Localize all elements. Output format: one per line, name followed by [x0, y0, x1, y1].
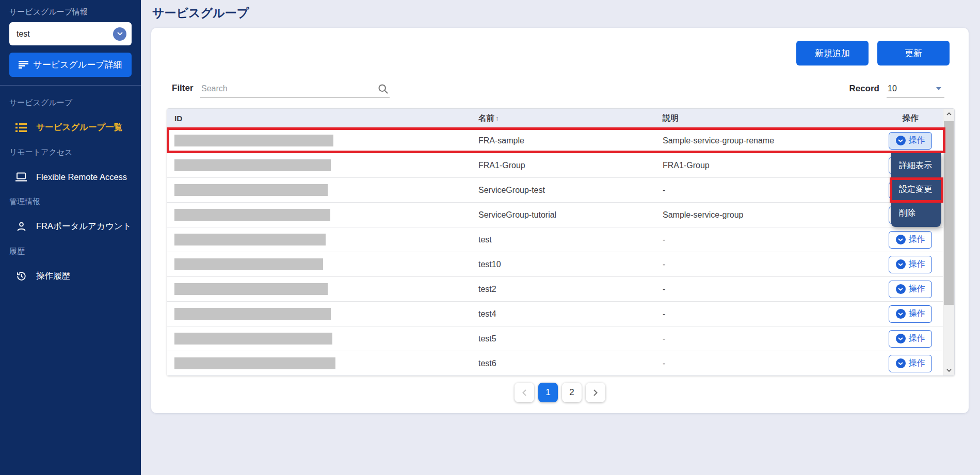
table-row: FRA1-GroupFRA1-Group操作	[167, 153, 954, 177]
laptop-icon	[14, 172, 28, 182]
chevron-down-icon	[896, 235, 906, 244]
sidebar-item[interactable]: 操作履歴	[9, 268, 132, 284]
cell-name: test2	[478, 285, 663, 294]
add-new-button[interactable]: 新規追加	[796, 41, 869, 65]
cell-id	[167, 184, 478, 196]
cell-description: FRA1-Group	[663, 161, 878, 170]
record-label: Record	[849, 79, 879, 97]
cell-description: -	[663, 309, 878, 319]
table-scrollbar[interactable]	[943, 109, 954, 375]
chevron-down-icon	[896, 358, 906, 368]
chevron-down-icon	[896, 136, 906, 145]
cell-id	[167, 159, 478, 171]
update-button[interactable]: 更新	[877, 41, 950, 65]
cell-description: -	[663, 235, 878, 244]
action-button-label: 操作	[909, 234, 925, 245]
cell-id	[167, 357, 478, 369]
cell-description: -	[663, 260, 878, 269]
cell-description: -	[663, 359, 878, 368]
page-title: サービスグループ	[152, 5, 249, 21]
cell-id	[167, 209, 478, 221]
cell-description: -	[663, 285, 878, 294]
redacted-id-bar	[174, 258, 323, 270]
pagination-prev-button[interactable]	[515, 383, 534, 402]
table-row: test-操作	[167, 227, 954, 252]
search-input[interactable]	[200, 79, 371, 93]
sidebar-section-label: 履歴	[9, 247, 132, 256]
cell-id	[167, 135, 478, 146]
column-header-name[interactable]: 名前↑	[478, 113, 663, 124]
search-icon[interactable]	[378, 84, 389, 94]
dropdown-arrow-icon	[936, 87, 941, 90]
account-icon	[14, 222, 28, 232]
redacted-id-bar	[174, 308, 331, 320]
cell-name: ServiceGroup-test	[478, 186, 663, 195]
record-count-value: 10	[888, 84, 897, 93]
sidebar-divider	[0, 85, 141, 86]
search-field	[200, 79, 390, 97]
cell-id	[167, 333, 478, 345]
cell-description: -	[663, 334, 878, 343]
pagination-page-button[interactable]: 1	[538, 383, 558, 402]
service-group-select[interactable]: test	[9, 22, 132, 45]
column-header-description[interactable]: 説明	[663, 113, 878, 124]
action-button[interactable]: 操作	[889, 231, 932, 249]
scroll-down-icon[interactable]	[943, 365, 954, 375]
table-header: ID 名前↑ 説明 操作	[167, 109, 954, 128]
main-content: サービスグループ 新規追加 更新 Filter Record 10	[141, 0, 980, 475]
sort-ascending-icon: ↑	[495, 114, 499, 122]
cell-name: ServiceGroup-tutorial	[478, 210, 663, 220]
sidebar: サービスグループ情報 test サービスグループ詳細 サービスグループサービスグ…	[0, 0, 141, 475]
table-row: ServiceGroup-tutorialSample-service-grou…	[167, 202, 954, 227]
action-button[interactable]: 操作	[889, 256, 932, 273]
action-button-label: 操作	[909, 358, 925, 369]
action-button[interactable]: 操作	[889, 132, 932, 150]
action-button[interactable]: 操作	[889, 355, 932, 372]
cell-id	[167, 258, 478, 270]
redacted-id-bar	[174, 283, 328, 295]
sidebar-item-label: FRAポータルアカウント	[36, 221, 132, 232]
cell-name: FRA-sample	[478, 136, 663, 145]
chevron-down-icon	[896, 259, 906, 269]
chevron-down-icon	[896, 284, 906, 294]
chevron-down-icon	[113, 27, 126, 41]
action-button[interactable]: 操作	[889, 281, 932, 298]
sidebar-item[interactable]: サービスグループ一覧	[9, 120, 132, 135]
menu-item[interactable]: 削除	[891, 201, 941, 225]
sidebar-item[interactable]: Flexible Remote Access	[9, 169, 132, 185]
action-button[interactable]: 操作	[889, 305, 932, 323]
service-group-detail-label: サービスグループ詳細	[33, 59, 122, 71]
scrollbar-thumb[interactable]	[944, 121, 954, 305]
filter-label: Filter	[172, 83, 194, 93]
column-header-id[interactable]: ID	[167, 114, 478, 123]
action-button-label: 操作	[909, 333, 925, 344]
scroll-up-icon[interactable]	[943, 109, 954, 119]
redacted-id-bar	[174, 333, 332, 345]
action-button-label: 操作	[909, 308, 925, 319]
sidebar-item-label: Flexible Remote Access	[36, 172, 127, 182]
filter-row: Filter Record 10	[172, 79, 944, 100]
menu-item[interactable]: 詳細表示	[891, 154, 941, 177]
action-button[interactable]: 操作	[889, 330, 932, 348]
redacted-id-bar	[174, 234, 326, 245]
sidebar-item[interactable]: FRAポータルアカウント	[9, 219, 132, 234]
cell-description: Sample-service-group-rename	[663, 136, 878, 145]
content-card: 新規追加 更新 Filter Record 10 ID	[151, 28, 969, 413]
list-icon	[14, 123, 28, 132]
sidebar-nav: サービスグループサービスグループ一覧リモートアクセスFlexible Remot…	[9, 98, 132, 284]
record-group: Record 10	[849, 79, 944, 97]
table-row: FRA-sampleSample-service-group-rename操作	[167, 128, 954, 153]
action-button-label: 操作	[909, 135, 925, 146]
cell-name: test4	[478, 309, 663, 319]
table-row: test10-操作	[167, 252, 954, 276]
table-row: test4-操作	[167, 301, 954, 326]
service-group-detail-button[interactable]: サービスグループ詳細	[9, 53, 132, 77]
sidebar-item-label: サービスグループ一覧	[36, 122, 122, 133]
redacted-id-bar	[174, 209, 330, 221]
chevron-down-icon	[896, 309, 906, 319]
pagination-page-button[interactable]: 2	[562, 383, 582, 402]
cell-description: Sample-service-group	[663, 210, 878, 220]
record-count-select[interactable]: 10	[887, 79, 944, 97]
pagination-next-button[interactable]	[586, 383, 605, 402]
menu-item[interactable]: 設定変更	[891, 177, 941, 201]
